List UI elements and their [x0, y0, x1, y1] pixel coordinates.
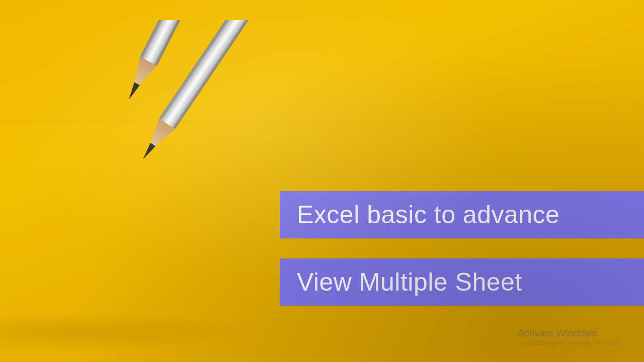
watermark-line2: Go to Settings to activate Windows. [518, 339, 621, 347]
svg-rect-3 [140, 20, 302, 58]
svg-rect-12 [167, 20, 302, 125]
vignette-overlay [0, 0, 644, 362]
svg-point-0 [0, 312, 257, 352]
title-text-secondary: View Multiple Sheet [297, 267, 522, 297]
thumbnail-stage: Excel basic to advance View Multiple She… [0, 0, 644, 362]
svg-marker-11 [140, 143, 155, 161]
svg-marker-4 [124, 57, 157, 97]
svg-rect-2 [154, 20, 302, 66]
svg-rect-9 [159, 20, 302, 120]
watermark-line1: Activate Windows [518, 327, 621, 339]
svg-rect-1 [140, 20, 302, 66]
horizon-shadow [0, 121, 644, 122]
title-banner-secondary: View Multiple Sheet [280, 258, 644, 306]
svg-rect-8 [173, 20, 302, 129]
svg-rect-7 [159, 20, 302, 129]
title-text-primary: Excel basic to advance [297, 200, 559, 229]
windows-activation-watermark: Activate Windows Go to Settings to activ… [518, 327, 621, 347]
svg-marker-10 [139, 118, 175, 158]
svg-rect-6 [148, 20, 302, 62]
title-banner-primary: Excel basic to advance [280, 191, 644, 238]
svg-marker-5 [126, 82, 140, 102]
pencils-illustration [0, 20, 302, 362]
